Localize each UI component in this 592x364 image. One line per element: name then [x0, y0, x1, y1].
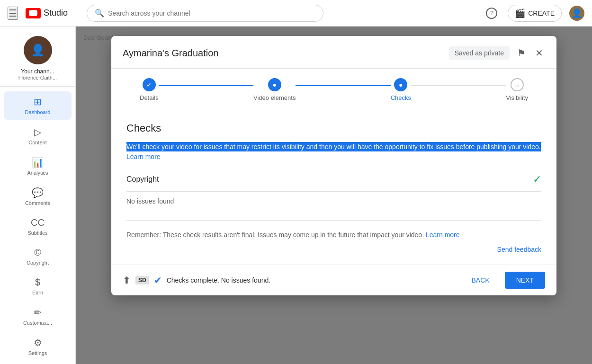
step-checks-circle: ●	[394, 78, 407, 91]
help-icon: ?	[486, 8, 497, 19]
search-input[interactable]	[108, 9, 315, 17]
no-issues-text: No issues found	[126, 192, 541, 211]
sidebar-item-label: Earn	[32, 290, 43, 295]
sidebar-item-content[interactable]: ▷ Content	[4, 122, 72, 150]
help-button[interactable]: ?	[483, 5, 500, 22]
save-icon-button[interactable]: ⚑	[515, 45, 528, 61]
sidebar-item-subtitles[interactable]: CC Subtitles	[4, 213, 72, 240]
channel-sub: Florence Gaith...	[18, 75, 57, 80]
upload-icon[interactable]: ⬆	[123, 275, 131, 286]
sidebar-item-label: Settings	[28, 350, 47, 356]
step-visibility-label: Visibility	[506, 94, 528, 101]
sidebar-item-copyright[interactable]: © Copyright	[4, 242, 72, 270]
analytics-icon: 📊	[32, 157, 44, 168]
connector-1	[159, 85, 253, 86]
sidebar-item-analytics[interactable]: 📊 Analytics	[4, 152, 72, 180]
step-details-label: Details	[140, 94, 159, 101]
copyright-header: Copyright ✓	[126, 173, 541, 192]
footer-left: ⬆ SD ✔ Checks complete. No issues found.	[123, 275, 270, 286]
checks-title: Checks	[126, 122, 541, 134]
menu-button[interactable]: ☰	[8, 7, 18, 20]
back-button[interactable]: BACK	[462, 273, 499, 288]
sidebar-item-customization[interactable]: ✏ Customiza...	[4, 302, 72, 330]
copyright-title: Copyright	[126, 175, 159, 184]
step-video-elements: ● Video elements	[253, 78, 296, 101]
copyright-check-icon: ✓	[533, 173, 541, 186]
sidebar-item-comments[interactable]: 💬 Comments	[4, 182, 72, 211]
copyright-section: Copyright ✓ No issues found	[126, 173, 541, 211]
avatar[interactable]: 👤	[569, 6, 584, 21]
info-text: We'll check your video for issues that m…	[126, 142, 541, 162]
reminder-text: Remember: These check results aren't fin…	[126, 230, 541, 240]
step-details: ✓ Details	[140, 78, 159, 101]
modal-header: Aymarina's Graduation Saved as private ⚑…	[111, 36, 556, 69]
stepper-steps: ✓ Details ● Video elements ●	[140, 78, 528, 101]
modal-body: Checks We'll check your video for issues…	[111, 111, 556, 265]
close-modal-button[interactable]: ✕	[533, 45, 545, 61]
step-visibility-circle: ○	[511, 78, 524, 91]
layout: 👤 Your chann... Florence Gaith... ⊞ Dash…	[0, 27, 592, 364]
upload-modal: Aymarina's Graduation Saved as private ⚑…	[111, 36, 556, 295]
channel-info: 👤 Your chann... Florence Gaith...	[0, 30, 75, 87]
sidebar-item-label: Analytics	[27, 170, 48, 176]
step-video-label: Video elements	[253, 94, 296, 101]
content-icon: ▷	[34, 126, 41, 138]
logo: Studio	[26, 8, 68, 18]
dashboard-icon: ⊞	[34, 96, 42, 107]
modal-overlay: Aymarina's Graduation Saved as private ⚑…	[76, 27, 592, 364]
sd-badge: SD	[135, 276, 149, 284]
earn-icon: $	[35, 277, 40, 288]
topbar-left: ☰ Studio	[8, 7, 68, 20]
comments-icon: 💬	[32, 187, 44, 198]
channel-name: Your chann...	[21, 68, 54, 75]
topbar-right: ? 🎬 CREATE 👤	[483, 5, 584, 22]
sidebar-item-label: Dashboard	[25, 109, 51, 115]
connector-3	[411, 85, 506, 86]
send-feedback-link[interactable]: Send feedback	[126, 246, 541, 253]
step-video-circle: ●	[268, 78, 281, 91]
modal-title: Aymarina's Graduation	[123, 48, 218, 59]
footer-right: BACK NEXT	[462, 272, 545, 289]
topbar: ☰ Studio 🔍 ? 🎬 CREATE 👤	[0, 0, 592, 27]
sidebar-item-label: Comments	[25, 200, 50, 206]
step-checks-label: Checks	[391, 94, 411, 101]
divider	[126, 220, 541, 221]
sidebar-item-settings[interactable]: ⚙ Settings	[4, 332, 72, 361]
footer-status: Checks complete. No issues found.	[167, 276, 270, 284]
search-bar[interactable]: 🔍	[87, 5, 323, 22]
stepper: ✓ Details ● Video elements ●	[111, 69, 556, 111]
copyright-icon: ©	[34, 247, 41, 258]
subtitles-icon: CC	[31, 217, 45, 228]
modal-footer: ⬆ SD ✔ Checks complete. No issues found.…	[111, 265, 556, 295]
step-checks: ● Checks	[391, 78, 411, 101]
sidebar-item-label: Customiza...	[23, 320, 52, 326]
modal-header-right: Saved as private ⚑ ✕	[449, 45, 545, 61]
channel-avatar: 👤	[24, 36, 52, 64]
learn-more-link-1[interactable]: Learn more	[126, 153, 161, 160]
sidebar-item-label: Subtitles	[27, 230, 47, 236]
close-icon: ✕	[535, 47, 543, 59]
sidebar-item-dashboard[interactable]: ⊞ Dashboard	[4, 91, 72, 120]
flag-icon: ⚑	[517, 47, 526, 59]
create-icon: 🎬	[515, 8, 525, 18]
sidebar-item-earn[interactable]: $ Earn	[4, 272, 72, 300]
step-details-circle: ✓	[143, 78, 156, 91]
next-button[interactable]: NEXT	[505, 272, 545, 289]
main-content: Dashboard content... Aymarina's Graduati…	[76, 27, 592, 364]
saved-badge: Saved as private	[449, 46, 510, 60]
check-circle-icon: ✔	[154, 275, 162, 286]
connector-2	[296, 85, 390, 86]
youtube-logo-icon	[26, 8, 41, 18]
settings-icon: ⚙	[34, 337, 42, 348]
logo-text: Studio	[44, 8, 68, 18]
create-button[interactable]: 🎬 CREATE	[508, 5, 562, 22]
search-icon: 🔍	[95, 9, 104, 18]
step-visibility: ○ Visibility	[506, 78, 528, 101]
learn-more-link-2[interactable]: Learn more	[426, 231, 460, 239]
sidebar: 👤 Your chann... Florence Gaith... ⊞ Dash…	[0, 27, 76, 364]
customization-icon: ✏	[34, 307, 42, 318]
sidebar-item-label: Copyright	[27, 260, 49, 266]
sidebar-item-label: Content	[28, 140, 47, 145]
